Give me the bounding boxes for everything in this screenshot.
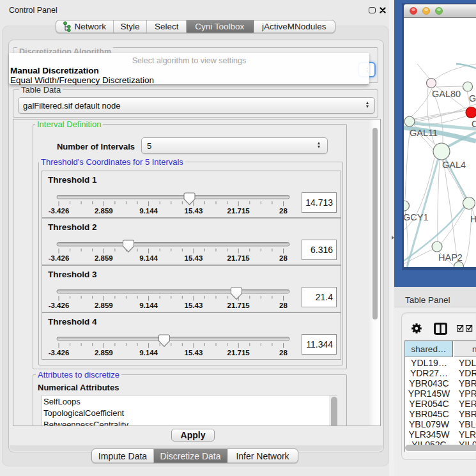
svg-text:2.859: 2.859 xyxy=(95,302,113,309)
svg-text:GCY1: GCY1 xyxy=(404,212,429,222)
svg-text:21.715: 21.715 xyxy=(227,207,250,215)
svg-text:9.144: 9.144 xyxy=(139,254,158,262)
svg-text:28: 28 xyxy=(279,207,288,215)
svg-text:15.43: 15.43 xyxy=(185,254,203,262)
svg-text:9.144: 9.144 xyxy=(139,207,158,215)
svg-text:15.43: 15.43 xyxy=(185,302,203,309)
svg-text:GAL80: GAL80 xyxy=(432,89,461,99)
svg-text:28: 28 xyxy=(279,302,288,309)
svg-text:21.715: 21.715 xyxy=(227,302,250,309)
svg-text:C: C xyxy=(472,119,476,129)
svg-text:15.43: 15.43 xyxy=(185,349,203,357)
svg-text:9.144: 9.144 xyxy=(139,349,158,357)
svg-text:HAP2: HAP2 xyxy=(438,252,463,263)
svg-text:2.859: 2.859 xyxy=(95,207,113,215)
svg-text:28: 28 xyxy=(279,254,288,262)
svg-text:21.715: 21.715 xyxy=(227,254,250,262)
svg-text:GAL4: GAL4 xyxy=(442,160,466,170)
svg-text:-3.426: -3.426 xyxy=(49,302,70,309)
svg-text:2.859: 2.859 xyxy=(95,254,113,262)
svg-text:28: 28 xyxy=(279,349,288,357)
svg-text:9.144: 9.144 xyxy=(139,302,158,309)
svg-text:-3.426: -3.426 xyxy=(49,349,70,357)
svg-text:GAL11: GAL11 xyxy=(410,128,438,138)
svg-text:GAL: GAL xyxy=(469,93,476,104)
svg-text:HA: HA xyxy=(470,214,476,224)
svg-text:2.859: 2.859 xyxy=(95,349,113,357)
svg-text:-3.426: -3.426 xyxy=(49,207,70,215)
svg-text:15.43: 15.43 xyxy=(185,207,203,215)
svg-text:-3.426: -3.426 xyxy=(49,254,70,262)
svg-text:21.715: 21.715 xyxy=(227,349,250,357)
